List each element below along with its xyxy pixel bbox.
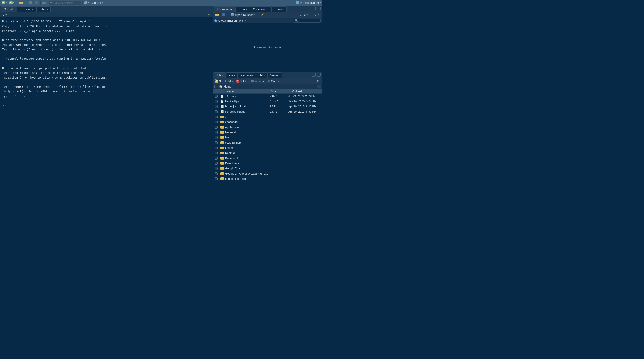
- refresh-files-button[interactable]: ⟳: [316, 79, 320, 84]
- file-name[interactable]: Google Drive: [225, 167, 270, 170]
- file-checkbox[interactable]: [215, 147, 218, 149]
- goto-file-function-input[interactable]: ➦: [49, 1, 82, 5]
- file-checkbox[interactable]: [215, 95, 218, 98]
- file-name[interactable]: content: [225, 146, 270, 149]
- file-name[interactable]: Google Drive (caseybates@gmai...: [225, 172, 270, 175]
- maximize-pane-button[interactable]: □: [207, 7, 211, 10]
- maximize-pane-button[interactable]: □: [316, 7, 321, 10]
- file-row[interactable]: backend: [213, 130, 322, 135]
- file-row[interactable]: bin: [213, 135, 322, 140]
- file-name[interactable]: .r: [225, 115, 270, 119]
- new-file-button[interactable]: ▼: [1, 1, 8, 5]
- file-row[interactable]: code-runners: [213, 140, 322, 145]
- open-working-dir-icon[interactable]: ⇨: [5, 13, 7, 16]
- rename-button[interactable]: Rename: [250, 79, 266, 84]
- column-modified[interactable]: ▼Modified: [288, 89, 322, 93]
- new-project-button[interactable]: ▼: [8, 1, 16, 5]
- file-checkbox[interactable]: [215, 116, 218, 118]
- file-name[interactable]: Documents: [225, 157, 270, 160]
- file-name[interactable]: backend: [225, 131, 270, 134]
- clear-console-icon[interactable]: ✎: [208, 13, 211, 17]
- file-name[interactable]: bin: [225, 136, 270, 139]
- tab-connections[interactable]: Connections: [250, 6, 272, 12]
- new-folder-button[interactable]: New Folder: [214, 79, 234, 84]
- home-icon[interactable]: 🏠: [219, 85, 222, 88]
- file-name[interactable]: code-runners: [225, 141, 270, 144]
- file-checkbox[interactable]: [215, 177, 218, 180]
- environment-search-input[interactable]: 🔍: [294, 19, 321, 23]
- project-menu[interactable]: Project: (None) ▼: [296, 1, 321, 5]
- file-row[interactable]: Desktop: [213, 150, 322, 156]
- file-checkbox[interactable]: [215, 157, 218, 160]
- tab-plots[interactable]: Plots: [226, 73, 238, 78]
- file-checkbox[interactable]: [215, 121, 218, 123]
- file-checkbox[interactable]: [215, 110, 218, 113]
- print-button[interactable]: [42, 1, 46, 5]
- file-checkbox[interactable]: [215, 141, 218, 144]
- import-dataset-button[interactable]: Import Dataset▼: [230, 13, 256, 17]
- file-row[interactable]: Applications: [213, 125, 322, 130]
- file-name[interactable]: google-cloud-sdk: [225, 177, 270, 180]
- file-row[interactable]: content: [213, 145, 322, 150]
- tab-files[interactable]: Files: [214, 73, 226, 78]
- file-name[interactable]: .Rhistory: [225, 95, 270, 98]
- file-row[interactable]: Downloads: [213, 161, 322, 166]
- goto-input[interactable]: [53, 2, 80, 4]
- column-size[interactable]: Size: [270, 89, 288, 93]
- file-name[interactable]: anaconda3: [225, 121, 270, 124]
- save-button[interactable]: [28, 1, 33, 5]
- file-row[interactable]: google-cloud-sdk: [213, 176, 322, 180]
- addins-menu[interactable]: Addins▼: [92, 1, 103, 5]
- maximize-pane-button[interactable]: □: [316, 73, 321, 77]
- tab-jobs[interactable]: Jobs×: [36, 6, 51, 12]
- column-name[interactable]: Name: [226, 89, 270, 93]
- save-all-button[interactable]: [34, 1, 39, 5]
- tab-viewer[interactable]: Viewer: [268, 73, 282, 78]
- file-row[interactable]: anaconda3: [213, 119, 322, 125]
- breadcrumb-home[interactable]: Home: [224, 85, 231, 88]
- select-all-checkbox[interactable]: [214, 85, 217, 88]
- file-checkbox[interactable]: [215, 136, 218, 139]
- file-name[interactable]: Untitled.ipynb: [225, 100, 270, 103]
- more-button[interactable]: ⚙More▼: [267, 79, 280, 84]
- tab-packages[interactable]: Packages: [238, 73, 256, 78]
- file-checkbox[interactable]: [215, 126, 218, 129]
- file-name[interactable]: Applications: [225, 126, 270, 129]
- file-row[interactable]: Untitled.ipynb1.1 KBJan 28, 2020, 3:04 P…: [213, 99, 322, 104]
- file-checkbox[interactable]: [215, 172, 218, 175]
- file-checkbox[interactable]: [215, 131, 218, 134]
- file-name[interactable]: Downloads: [225, 162, 270, 165]
- file-row[interactable]: list_objects.Rdata86 BApr 20, 2019, 6:30…: [213, 104, 322, 109]
- file-checkbox[interactable]: [215, 105, 218, 108]
- tab-environment[interactable]: Environment: [214, 6, 236, 12]
- file-checkbox[interactable]: [215, 100, 218, 103]
- file-row[interactable]: schemas.Rdata143 BApr 20, 2019, 6:30 PM: [213, 109, 322, 114]
- tab-terminal[interactable]: Terminal×: [17, 6, 36, 12]
- file-name[interactable]: schemas.Rdata: [225, 110, 270, 113]
- tab-history[interactable]: History: [236, 6, 250, 12]
- file-checkbox[interactable]: [215, 167, 218, 170]
- tab-console[interactable]: Console: [1, 6, 17, 12]
- minimize-pane-button[interactable]: —: [312, 73, 316, 77]
- file-row[interactable]: .Rhistory746 BJul 29, 2020, 2:09 PM: [213, 94, 322, 99]
- file-row[interactable]: .r: [213, 114, 322, 119]
- tab-help[interactable]: Help: [256, 73, 268, 78]
- environment-scope-selector[interactable]: Global Environment ▼: [218, 19, 246, 22]
- minimize-pane-button[interactable]: —: [312, 7, 316, 10]
- close-icon[interactable]: ×: [46, 8, 48, 11]
- path-more-button[interactable]: …: [317, 85, 321, 88]
- file-name[interactable]: Desktop: [225, 151, 270, 155]
- file-row[interactable]: Google Drive (caseybates@gmai...: [213, 171, 322, 176]
- clear-workspace-button[interactable]: [260, 13, 265, 17]
- close-icon[interactable]: ×: [32, 8, 33, 11]
- tab-tutorial[interactable]: Tutorial: [272, 6, 286, 12]
- file-checkbox[interactable]: [215, 152, 218, 154]
- list-view-button[interactable]: ≡List▼: [299, 13, 310, 17]
- delete-button[interactable]: Delete: [236, 79, 248, 84]
- open-file-button[interactable]: ▼: [18, 1, 26, 5]
- refresh-env-button[interactable]: ⟳▼: [314, 13, 320, 17]
- file-row[interactable]: Google Drive: [213, 166, 322, 171]
- save-workspace-button[interactable]: [221, 13, 226, 17]
- console-output[interactable]: R version 4.0.2 (2020-06-22) -- "Taking …: [0, 18, 212, 180]
- files-list[interactable]: .Rhistory746 BJul 29, 2020, 2:09 PMUntit…: [213, 94, 322, 180]
